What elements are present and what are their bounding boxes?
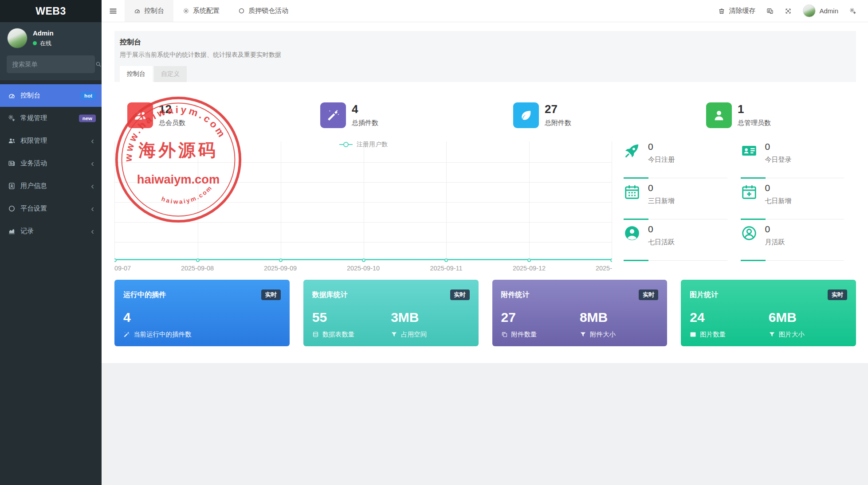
leaf-icon bbox=[513, 102, 539, 128]
magic-wand-icon bbox=[320, 102, 346, 128]
topbar-actions: 清除缓存 Admin bbox=[718, 4, 868, 17]
data-point[interactable] bbox=[610, 258, 612, 262]
rocket-icon bbox=[624, 141, 642, 161]
data-point[interactable] bbox=[114, 258, 117, 262]
sidebar-item-label: 平台设置 bbox=[20, 204, 47, 213]
area-chart-icon bbox=[8, 227, 16, 235]
data-point[interactable] bbox=[362, 258, 365, 262]
metric-label: 当前运行中的插件数 bbox=[134, 330, 192, 339]
sidebar-item-userinfo[interactable]: 用户信息 bbox=[0, 175, 102, 197]
mini-stat-today-register: 0 今日注册 bbox=[624, 141, 727, 183]
data-point[interactable] bbox=[196, 258, 200, 262]
mini-stat-value: 0 bbox=[765, 141, 792, 152]
user-icon bbox=[706, 102, 732, 128]
sidebar-item-label: 控制台 bbox=[20, 91, 40, 100]
chevron-left-icon bbox=[91, 227, 94, 235]
sidebar-item-label: 业务活动 bbox=[20, 159, 47, 168]
mini-stat-month-active: 0 月活跃 bbox=[741, 224, 844, 265]
stats-row: 12 总会员数 4 总插件数 27 总附件数 bbox=[114, 102, 856, 128]
x-tick: 2025-09-10 bbox=[347, 265, 380, 272]
sidebar-item-permissions[interactable]: 权限管理 bbox=[0, 129, 102, 152]
tab-dashboard[interactable]: 控制台 bbox=[120, 66, 153, 82]
address-book-icon bbox=[8, 182, 16, 190]
dashboard-panel: 控制台 用于展示当前系统中的统计数据、统计报表及重要实时数据 控制台 自定义 1… bbox=[102, 22, 868, 363]
mini-stat-label: 今日登录 bbox=[765, 156, 792, 164]
summary-cards-row: 运行中的插件 实时 4 当前运行中的插件数 数据库统计 实时 bbox=[114, 280, 856, 346]
stat-label: 总会员数 bbox=[159, 119, 185, 127]
search-input[interactable] bbox=[12, 61, 95, 68]
topbar-tab-dashboard[interactable]: 控制台 bbox=[125, 0, 173, 22]
sidebar-item-business[interactable]: 业务活动 bbox=[0, 152, 102, 175]
search-icon bbox=[95, 61, 102, 68]
settings-button[interactable] bbox=[849, 8, 856, 15]
card-attachment-stats[interactable]: 附件统计 实时 27 附件数量 8MB bbox=[492, 280, 668, 346]
card-database-stats[interactable]: 数据库统计 实时 55 数据表数量 3MB bbox=[303, 280, 479, 346]
page-subtitle: 用于展示当前系统中的统计数据、统计报表及重要实时数据 bbox=[120, 51, 851, 59]
calendar-icon bbox=[624, 183, 642, 202]
mini-stat-label: 月活跃 bbox=[765, 238, 785, 246]
card-running-plugins[interactable]: 运行中的插件 实时 4 当前运行中的插件数 bbox=[114, 280, 290, 346]
stat-value: 4 bbox=[352, 103, 378, 115]
sidebar-item-label: 常规管理 bbox=[20, 114, 47, 122]
data-point[interactable] bbox=[527, 258, 531, 262]
metric-value: 55 bbox=[312, 310, 391, 325]
chart-grid: 注册用户数 bbox=[114, 141, 612, 260]
magic-wand-icon bbox=[123, 331, 130, 338]
sidebar-item-platform[interactable]: 平台设置 bbox=[0, 197, 102, 220]
user-status: 在线 bbox=[33, 39, 54, 47]
x-tick: 2025-09-09 bbox=[264, 265, 297, 272]
user-menu[interactable]: Admin bbox=[803, 4, 838, 17]
data-point[interactable] bbox=[444, 258, 448, 262]
sidebar-item-dashboard[interactable]: 控制台 hot bbox=[0, 84, 102, 107]
metric-label: 数据表数量 bbox=[322, 330, 355, 339]
new-badge: new bbox=[79, 114, 96, 122]
filter-icon bbox=[769, 331, 775, 338]
sidebar-item-records[interactable]: 记录 bbox=[0, 220, 102, 242]
cogs-icon bbox=[8, 114, 16, 122]
stat-total-admins: 1 总管理员数 bbox=[706, 102, 771, 128]
divider bbox=[624, 219, 727, 220]
translate-icon bbox=[766, 8, 774, 15]
user-circle-outline-icon bbox=[741, 224, 759, 243]
sidebar-search bbox=[7, 55, 95, 73]
mini-stat-7day-new: 0 七日新增 bbox=[741, 183, 844, 224]
avatar[interactable] bbox=[7, 28, 27, 48]
sidebar-item-general[interactable]: 常规管理 new bbox=[0, 107, 102, 129]
registered-users-chart[interactable]: 注册用户数 bbox=[114, 141, 612, 274]
chevron-left-icon bbox=[91, 204, 94, 213]
language-button[interactable] bbox=[766, 8, 774, 15]
topbar-tab-system-config[interactable]: 系统配置 bbox=[173, 0, 229, 22]
x-tick: 2025-09-13 bbox=[596, 265, 612, 272]
stat-label: 总附件数 bbox=[545, 119, 571, 127]
mini-stat-value: 0 bbox=[765, 183, 792, 193]
topbar: 控制台 系统配置 质押锁仓活动 清除缓存 Admin bbox=[102, 0, 868, 22]
filter-icon bbox=[580, 331, 586, 338]
chart-legend[interactable]: 注册用户数 bbox=[115, 141, 612, 149]
mini-stat-7day-active: 0 七日活跃 bbox=[624, 224, 727, 265]
divider bbox=[624, 177, 727, 179]
image-icon bbox=[690, 331, 696, 338]
circle-icon bbox=[8, 205, 16, 212]
x-tick: 2025-09-08 bbox=[181, 265, 214, 272]
realtime-badge: 实时 bbox=[261, 289, 281, 300]
sidebar-menu: 控制台 hot 常规管理 new 权限管理 业务活动 用户信息 平台设置 bbox=[0, 84, 102, 242]
stat-total-plugins: 4 总插件数 bbox=[320, 102, 513, 128]
fullscreen-button[interactable] bbox=[785, 8, 792, 15]
id-card-icon bbox=[741, 141, 759, 161]
stat-total-attachments: 27 总附件数 bbox=[513, 102, 706, 128]
mini-stat-3day-new: 0 三日新增 bbox=[624, 183, 727, 224]
chevron-left-icon bbox=[91, 136, 94, 145]
metric-value: 4 bbox=[123, 310, 281, 325]
hamburger-menu-button[interactable] bbox=[102, 0, 125, 22]
card-image-stats[interactable]: 图片统计 实时 24 图片数量 6MB bbox=[681, 280, 856, 346]
topbar-tab-staking-activity[interactable]: 质押锁仓活动 bbox=[229, 0, 298, 22]
sidebar-item-label: 用户信息 bbox=[20, 182, 47, 190]
tab-custom[interactable]: 自定义 bbox=[154, 66, 187, 82]
users-icon bbox=[8, 137, 16, 145]
expand-icon bbox=[785, 8, 792, 15]
data-point[interactable] bbox=[279, 258, 283, 262]
clear-cache-button[interactable]: 清除缓存 bbox=[718, 7, 755, 15]
user-circle-icon bbox=[624, 224, 642, 243]
filter-icon bbox=[391, 331, 397, 338]
divider bbox=[741, 260, 844, 261]
